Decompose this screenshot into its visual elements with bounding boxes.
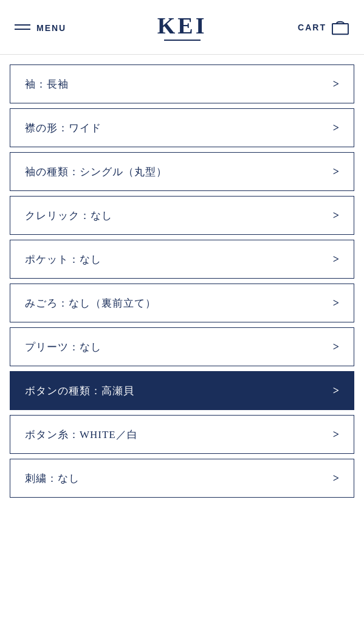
option-item-cleric[interactable]: クレリック：なし>: [10, 196, 354, 235]
option-item-embroidery[interactable]: 刺繍：なし>: [10, 459, 354, 498]
option-item-sleeve-type[interactable]: 袖の種類：シングル（丸型）>: [10, 152, 354, 191]
option-label: ボタン糸：WHITE／白: [25, 428, 138, 442]
option-label: 襟の形：ワイド: [25, 121, 101, 135]
logo[interactable]: KEI: [157, 14, 207, 41]
cart-label: CART: [298, 23, 326, 32]
option-item-pocket[interactable]: ポケット：なし>: [10, 240, 354, 279]
cart-button[interactable]: CART: [298, 19, 349, 35]
chevron-right-icon: >: [333, 341, 339, 353]
cart-icon: [331, 19, 349, 35]
menu-button[interactable]: MENU: [15, 22, 66, 33]
svg-rect-0: [332, 23, 348, 33]
logo-text: KEI: [157, 14, 207, 37]
option-item-collar-shape[interactable]: 襟の形：ワイド>: [10, 108, 354, 147]
chevron-right-icon: >: [333, 385, 339, 397]
option-item-button-type[interactable]: ボタンの種類：高瀬貝>: [10, 371, 354, 410]
option-label: みごろ：なし（裏前立て）: [25, 296, 156, 310]
option-label: 袖：長袖: [25, 77, 69, 91]
option-label: 刺繍：なし: [25, 472, 80, 486]
option-label: ボタンの種類：高瀬貝: [25, 384, 134, 398]
option-item-sleeve[interactable]: 袖：長袖>: [10, 64, 354, 103]
chevron-right-icon: >: [333, 209, 339, 222]
chevron-right-icon: >: [333, 428, 339, 441]
option-item-button-thread[interactable]: ボタン糸：WHITE／白>: [10, 415, 354, 454]
option-item-body[interactable]: みごろ：なし（裏前立て）>: [10, 284, 354, 322]
menu-label: MENU: [36, 23, 66, 33]
chevron-right-icon: >: [333, 253, 339, 266]
option-label: プリーツ：なし: [25, 340, 101, 354]
chevron-right-icon: >: [333, 122, 339, 134]
chevron-right-icon: >: [333, 78, 339, 91]
option-label: クレリック：なし: [25, 209, 112, 223]
chevron-right-icon: >: [333, 165, 339, 178]
option-label: 袖の種類：シングル（丸型）: [25, 165, 167, 179]
chevron-right-icon: >: [333, 472, 339, 485]
hamburger-icon: [15, 24, 30, 30]
chevron-right-icon: >: [333, 297, 339, 310]
options-list: 袖：長袖>襟の形：ワイド>袖の種類：シングル（丸型）>クレリック：なし>ポケット…: [0, 60, 364, 503]
logo-underline: [164, 40, 201, 41]
header: MENU KEI CART: [0, 0, 364, 55]
option-item-pleats[interactable]: プリーツ：なし>: [10, 327, 354, 366]
option-label: ポケット：なし: [25, 252, 101, 266]
